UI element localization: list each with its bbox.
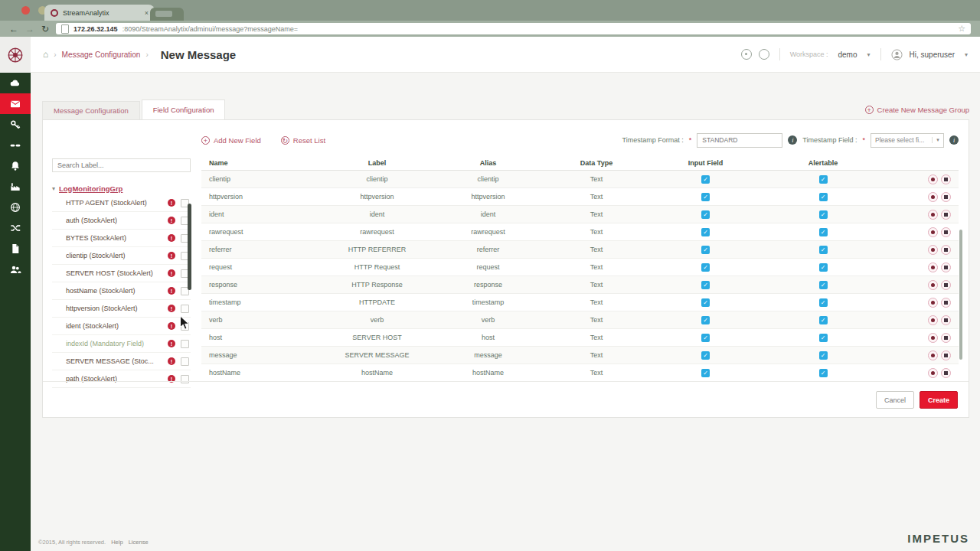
cancel-button[interactable]: Cancel (876, 391, 914, 409)
browser-tab-secondary[interactable] (150, 8, 184, 21)
sidebar-item-industry[interactable] (0, 176, 31, 197)
create-new-message-group-button[interactable]: + Create New Message Group (865, 106, 969, 114)
input-field-checkbox[interactable]: ✓ (701, 351, 710, 360)
alertable-checkbox[interactable]: ✓ (819, 246, 828, 254)
tree-item-checkbox[interactable] (181, 340, 189, 348)
edit-field-icon[interactable] (928, 174, 938, 184)
delete-field-icon[interactable] (941, 245, 951, 255)
edit-field-icon[interactable] (928, 368, 938, 378)
user-greeting[interactable]: Hi, superuser (910, 51, 955, 59)
address-bar[interactable]: 172.26.32.145 :8090/StreamAnalytix/admin… (56, 23, 971, 34)
left-panel-scrollbar[interactable] (188, 204, 191, 290)
alertable-checkbox[interactable]: ✓ (819, 263, 828, 272)
breadcrumb-message-configuration[interactable]: Message Configuration (62, 51, 141, 59)
edit-field-icon[interactable] (928, 227, 938, 237)
edit-field-icon[interactable] (928, 262, 938, 272)
input-field-checkbox[interactable]: ✓ (701, 298, 710, 307)
delete-field-icon[interactable] (941, 192, 951, 202)
input-field-checkbox[interactable]: ✓ (701, 281, 710, 289)
delete-field-icon[interactable] (941, 262, 951, 272)
license-link[interactable]: License (129, 539, 149, 546)
alertable-checkbox[interactable]: ✓ (819, 351, 828, 360)
tree-item[interactable]: ident (StockAlert) ! (52, 318, 191, 335)
edit-field-icon[interactable] (928, 315, 938, 325)
timestamp-format-input[interactable] (697, 133, 782, 148)
alertable-checkbox[interactable]: ✓ (819, 210, 828, 219)
tree-item[interactable]: SERVER HOST (StockAlert) ! (52, 265, 191, 282)
tab-message-configuration[interactable]: Message Configuration (42, 101, 140, 119)
sidebar-item-message[interactable] (0, 93, 31, 114)
delete-field-icon[interactable] (941, 174, 951, 184)
info-icon[interactable]: i (949, 135, 959, 145)
sidebar-item-globe[interactable] (0, 197, 31, 217)
alertable-checkbox[interactable]: ✓ (819, 193, 828, 201)
input-field-checkbox[interactable]: ✓ (701, 193, 710, 201)
chevron-down-icon[interactable]: ▾ (867, 51, 871, 58)
sidebar-item-key[interactable] (0, 114, 31, 135)
input-field-checkbox[interactable]: ✓ (701, 369, 710, 377)
alertable-checkbox[interactable]: ✓ (819, 316, 828, 324)
tree-item[interactable]: SERVER MESSAGE (Stoc... ! (52, 353, 191, 370)
tree-item[interactable]: BYTES (StockAlert) ! (52, 230, 191, 247)
input-field-checkbox[interactable]: ✓ (701, 246, 710, 254)
notification-icon[interactable] (741, 49, 752, 60)
tree-item-checkbox[interactable] (181, 305, 189, 313)
forward-icon[interactable]: → (25, 24, 34, 34)
delete-field-icon[interactable] (941, 333, 951, 343)
sidebar-item-bell[interactable] (0, 155, 31, 176)
delete-field-icon[interactable] (941, 280, 951, 290)
tree-item[interactable]: clientip (StockAlert) ! (52, 247, 191, 265)
alertable-checkbox[interactable]: ✓ (819, 334, 828, 342)
edit-field-icon[interactable] (928, 192, 938, 202)
input-field-checkbox[interactable]: ✓ (701, 334, 710, 342)
edit-field-icon[interactable] (928, 210, 938, 220)
create-button[interactable]: Create (920, 391, 958, 409)
tree-item[interactable]: indexId (Mandatory Field) ! (52, 335, 191, 353)
sidebar-item-shuffle[interactable] (0, 217, 31, 238)
sidebar-item-cloud[interactable] (0, 73, 31, 93)
info-icon[interactable]: i (788, 135, 797, 145)
alertable-checkbox[interactable]: ✓ (819, 369, 828, 377)
alertable-checkbox[interactable]: ✓ (819, 228, 828, 236)
alertable-checkbox[interactable]: ✓ (819, 281, 828, 289)
input-field-checkbox[interactable]: ✓ (701, 228, 710, 236)
alertable-checkbox[interactable]: ✓ (819, 298, 828, 307)
tree-item[interactable]: auth (StockAlert) ! (52, 212, 191, 230)
tree-item[interactable]: httpversion (StockAlert) ! (52, 300, 191, 318)
reload-icon[interactable]: ↻ (41, 24, 49, 34)
input-field-checkbox[interactable]: ✓ (701, 210, 710, 219)
tree-collapse-icon[interactable]: ▾ (52, 185, 55, 192)
delete-field-icon[interactable] (941, 350, 951, 360)
edit-field-icon[interactable] (928, 280, 938, 290)
tree-group-link[interactable]: LogMonitoringGrp (59, 184, 122, 193)
tree-item[interactable]: HTTP AGENT (StockAlert) ! (52, 194, 191, 212)
edit-field-icon[interactable] (928, 333, 938, 343)
add-new-field-button[interactable]: + Add New Field (201, 136, 261, 145)
table-scrollbar[interactable] (959, 230, 962, 360)
close-window-button[interactable] (21, 6, 30, 15)
browser-tab[interactable]: StreamAnalytix × (44, 5, 155, 21)
reset-list-button[interactable]: ↻ Reset List (281, 136, 325, 145)
tree-item-checkbox[interactable] (181, 357, 189, 366)
sidebar-item-link[interactable] (0, 135, 31, 155)
delete-field-icon[interactable] (941, 210, 951, 220)
sidebar-item-users[interactable] (0, 259, 31, 279)
close-tab-icon[interactable]: × (145, 9, 149, 17)
delete-field-icon[interactable] (941, 315, 951, 325)
tree-item[interactable]: hostName (StockAlert) ! (52, 282, 191, 300)
input-field-checkbox[interactable]: ✓ (701, 263, 710, 272)
chevron-down-icon[interactable]: ▾ (965, 51, 968, 58)
timestamp-field-select[interactable]: Please select fi... ▾ (871, 133, 944, 148)
edit-field-icon[interactable] (928, 298, 938, 308)
search-input[interactable] (52, 158, 191, 172)
input-field-checkbox[interactable]: ✓ (701, 316, 710, 324)
tab-field-configuration[interactable]: Field Configuration (142, 99, 226, 119)
help-icon[interactable] (759, 49, 769, 60)
home-icon[interactable]: ⌂ (43, 49, 48, 60)
edit-field-icon[interactable] (928, 350, 938, 360)
input-field-checkbox[interactable]: ✓ (701, 175, 710, 184)
bookmark-star-icon[interactable]: ☆ (958, 24, 965, 34)
delete-field-icon[interactable] (941, 368, 951, 378)
edit-field-icon[interactable] (928, 245, 938, 255)
workspace-value[interactable]: demo (838, 51, 857, 59)
